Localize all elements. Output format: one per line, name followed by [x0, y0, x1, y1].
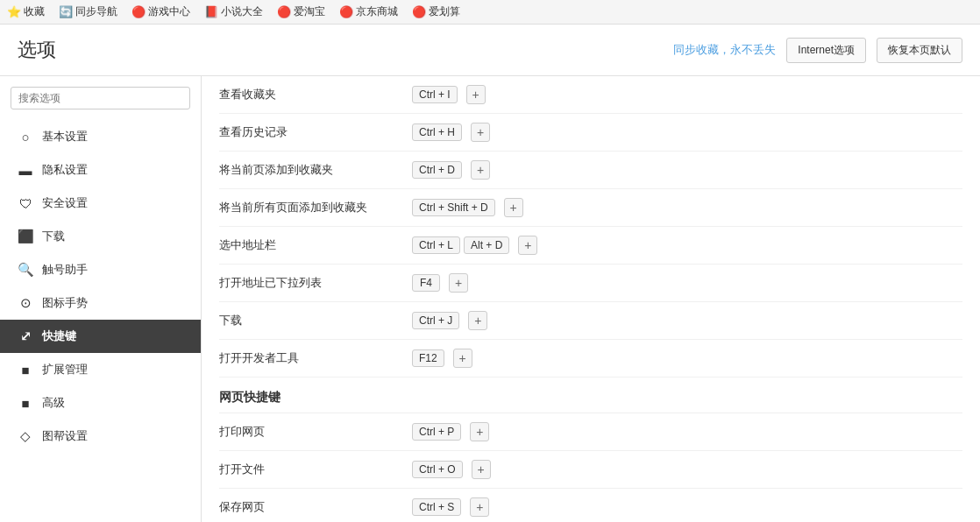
extensions-icon: ■	[18, 363, 33, 377]
topbar-game-center[interactable]: 🔴 游戏中心	[131, 4, 190, 19]
shortcut-row-address-bar: 选中地址栏 Ctrl + L Alt + D +	[219, 227, 962, 265]
shortcut-keys: Ctrl + P +	[412, 422, 962, 441]
taobao-icon: 🔴	[277, 5, 291, 18]
sidebar-item-label: 扩展管理	[42, 362, 88, 377]
gesture-icon: ⊙	[18, 295, 33, 311]
sidebar-item-extensions[interactable]: ■ 扩展管理	[0, 353, 201, 386]
sidebar-item-download[interactable]: ⬛ 下载	[0, 220, 201, 253]
jd-icon: 🔴	[339, 5, 353, 18]
download-icon: ⬛	[18, 229, 33, 244]
sidebar-item-label: 隐私设置	[42, 162, 88, 178]
shortcut-label: 将当前页添加到收藏夹	[219, 162, 412, 178]
shortcut-row-print: 打印网页 Ctrl + P +	[219, 413, 962, 451]
key-badge-alt: Alt + D	[464, 236, 509, 254]
shortcut-label: 打开地址已下拉列表	[219, 275, 412, 291]
shortcut-keys: Ctrl + J +	[412, 311, 962, 330]
advanced-icon: ■	[18, 396, 33, 411]
topbar-taobao[interactable]: 🔴 爱淘宝	[277, 4, 325, 19]
shortcut-label: 打开文件	[219, 462, 412, 477]
basic-icon: ○	[18, 130, 33, 145]
add-shortcut-button[interactable]: +	[472, 460, 491, 479]
sidebar-item-label: 快捷键	[42, 328, 76, 344]
shortcuts-section: 查看收藏夹 Ctrl + I + 查看历史记录 Ctrl + H + 将当前页添…	[202, 76, 980, 522]
shortcut-keys: Ctrl + I +	[412, 85, 962, 104]
security-icon: 🛡	[18, 196, 33, 211]
add-shortcut-button[interactable]: +	[470, 422, 489, 441]
shortcut-row-add-bookmark: 将当前页添加到收藏夹 Ctrl + D +	[219, 152, 962, 189]
sidebar-item-label: 触号助手	[42, 262, 88, 278]
shortcut-row-open-file: 打开文件 Ctrl + O +	[219, 451, 962, 489]
add-shortcut-button[interactable]: +	[471, 160, 490, 180]
key-badge: F4	[412, 274, 440, 292]
topbar-sync-nav[interactable]: 🔄 同步导航	[59, 4, 117, 19]
add-shortcut-button[interactable]: +	[449, 273, 468, 293]
key-badge: F12	[412, 349, 444, 367]
key-badge: Ctrl + O	[412, 461, 463, 478]
sidebar-item-shortcuts[interactable]: ⤢ 快捷键	[0, 320, 201, 353]
add-shortcut-button[interactable]: +	[471, 123, 490, 142]
sidebar-item-label: 高级	[42, 395, 65, 411]
add-shortcut-button[interactable]: +	[504, 198, 523, 217]
restore-defaults-button[interactable]: 恢复本页默认	[877, 38, 962, 63]
sidebar-item-advanced[interactable]: ■ 高级	[0, 386, 201, 420]
add-shortcut-button[interactable]: +	[453, 349, 472, 368]
add-shortcut-button[interactable]: +	[468, 311, 487, 330]
novel-icon: 📕	[204, 5, 218, 18]
sidebar-item-label: 下载	[42, 229, 65, 244]
shortcut-row-history: 查看历史记录 Ctrl + H +	[219, 114, 962, 152]
shortcut-keys: Ctrl + Shift + D +	[412, 198, 962, 217]
key-badge: Ctrl + D	[412, 161, 462, 179]
section-title-webpage: 网页快捷键	[219, 377, 962, 413]
topbar-favorites[interactable]: ⭐ 收藏	[7, 4, 45, 19]
sidebar-item-label: 安全设置	[42, 195, 88, 211]
sidebar-item-gesture[interactable]: ⊙ 图标手势	[0, 286, 201, 320]
page-header: 选项 同步收藏，永不丢失 Internet选项 恢复本页默认	[0, 25, 980, 76]
shortcut-row-save: 保存网页 Ctrl + S +	[219, 489, 962, 522]
topbar-jd[interactable]: 🔴 京东商城	[339, 4, 398, 19]
search-box[interactable]	[11, 87, 190, 109]
sidebar-item-label: 图帮设置	[42, 428, 88, 444]
shortcut-keys: F12 +	[412, 349, 962, 368]
key-badge: Ctrl + I	[412, 86, 458, 103]
sync-link[interactable]: 同步收藏，永不丢失	[673, 42, 776, 58]
star-icon: ⭐	[7, 5, 21, 18]
topbar-deals[interactable]: 🔴 爱划算	[412, 4, 460, 19]
assistant-icon: 🔍	[18, 262, 33, 278]
shortcut-keys: Ctrl + O +	[412, 460, 962, 479]
shortcut-label: 选中地址栏	[219, 237, 412, 253]
add-shortcut-button[interactable]: +	[518, 236, 537, 255]
image-icon: ◇	[18, 428, 33, 444]
shortcut-row-favorites: 查看收藏夹 Ctrl + I +	[219, 76, 962, 114]
shortcut-label: 将当前所有页面添加到收藏夹	[219, 200, 412, 215]
sidebar-item-basic[interactable]: ○ 基本设置	[0, 120, 201, 153]
key-badge: Ctrl + S	[412, 498, 461, 516]
shortcut-keys: F4 +	[412, 273, 962, 293]
shortcut-label: 查看收藏夹	[219, 87, 412, 102]
shortcut-label: 保存网页	[219, 499, 412, 515]
sidebar-item-label: 基本设置	[42, 129, 88, 145]
key-badge: Ctrl + P	[412, 423, 461, 441]
topbar-novel[interactable]: 📕 小说大全	[204, 4, 263, 19]
sidebar-item-image[interactable]: ◇ 图帮设置	[0, 420, 201, 453]
add-shortcut-button[interactable]: +	[466, 85, 486, 104]
sync-icon: 🔄	[59, 5, 73, 18]
shortcut-keys: Ctrl + S +	[412, 497, 962, 517]
header-actions: 同步收藏，永不丢失 Internet选项 恢复本页默认	[673, 38, 962, 63]
shortcut-keys: Ctrl + L Alt + D +	[412, 236, 962, 255]
internet-options-button[interactable]: Internet选项	[786, 38, 866, 63]
shortcut-keys: Ctrl + H +	[412, 123, 962, 142]
sidebar-item-privacy[interactable]: ▬ 隐私设置	[0, 153, 201, 187]
key-badge: Ctrl + L	[412, 236, 460, 254]
key-badge: Ctrl + H	[412, 123, 462, 141]
deals-icon: 🔴	[412, 5, 426, 18]
search-input[interactable]	[18, 92, 182, 104]
topbar: ⭐ 收藏 🔄 同步导航 🔴 游戏中心 📕 小说大全 🔴 爱淘宝 🔴 京东商城 🔴…	[0, 0, 980, 25]
shortcut-label: 打印网页	[219, 424, 412, 440]
key-badge: Ctrl + J	[412, 312, 459, 329]
sidebar-item-assistant[interactable]: 🔍 触号助手	[0, 253, 201, 286]
key-badge: Ctrl + Shift + D	[412, 199, 495, 216]
add-shortcut-button[interactable]: +	[470, 497, 489, 517]
sidebar-item-security[interactable]: 🛡 安全设置	[0, 187, 201, 220]
shortcuts-icon: ⤢	[18, 328, 33, 344]
sidebar: ○ 基本设置 ▬ 隐私设置 🛡 安全设置 ⬛ 下载 🔍 触号助手 ⊙ 图标手势	[0, 76, 202, 522]
